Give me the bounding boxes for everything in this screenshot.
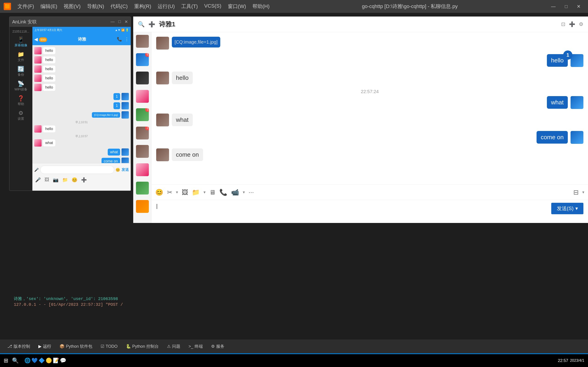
nav-settings[interactable]: ⚙ 设置 — [10, 108, 31, 122]
chat-search-icon[interactable]: 🔍 — [138, 21, 145, 27]
chat-add-icon[interactable]: ➕ — [148, 21, 155, 27]
scissors-dropdown[interactable]: ▾ — [176, 190, 178, 195]
phone-icon-mic[interactable]: 🎤 — [35, 177, 41, 183]
contact-5[interactable]: 3 — [133, 106, 152, 124]
maximize-button[interactable]: □ — [561, 3, 571, 10]
todo-label: TODO — [106, 344, 118, 349]
contact-1[interactable] — [133, 32, 152, 50]
menu-view[interactable]: 视图(V) — [61, 2, 83, 11]
collapse-dropdown[interactable]: ▾ — [582, 190, 584, 195]
contact-2[interactable]: 6 — [133, 50, 152, 69]
tool-python-console[interactable]: 🐍 Python 控制台 — [122, 343, 162, 350]
collapse-button[interactable]: ⊟ — [573, 189, 579, 196]
code-text-2: 127.0.0.1 - - [01/Apr/2023 22:57:32] "PO… — [14, 302, 123, 307]
menu-tools[interactable]: 工具(T) — [179, 2, 200, 11]
phone-bubble-image: [CQ:image,file=1.jpg] — [92, 112, 120, 118]
add-chat-icon[interactable]: ➕ — [569, 21, 575, 27]
nav-backup[interactable]: 🔄 备份 — [10, 65, 31, 78]
taskbar-app-chrome[interactable]: 🟡 — [46, 358, 52, 364]
phone-icon-file[interactable]: 📁 — [62, 177, 68, 183]
nav-screen-mirror[interactable]: 📱 屏幕镜像 — [10, 35, 31, 49]
contact-avatar-9 — [136, 182, 149, 194]
phone-more-icon[interactable]: ⋮ — [125, 37, 129, 42]
menu-file[interactable]: 文件(F) — [15, 2, 37, 11]
nav-files[interactable]: 📁 文件 — [10, 50, 31, 64]
minimize-button[interactable]: — — [547, 3, 559, 10]
search-button[interactable]: 🔍 — [12, 357, 19, 364]
contact-8[interactable] — [133, 161, 152, 179]
tool-problems[interactable]: ⚠ 问题 — [163, 343, 184, 350]
contact-6[interactable]: 2 — [133, 124, 152, 142]
send-button[interactable]: 发送(S) ▾ — [551, 203, 583, 214]
video-dropdown[interactable]: ▾ — [243, 190, 245, 195]
folder-button[interactable]: 📁 — [192, 189, 200, 196]
nav-wifi[interactable]: 📡 WiFi设备 — [10, 79, 31, 93]
taskbar-app-edge[interactable]: 🌐 — [24, 358, 31, 364]
menu-vcs[interactable]: VCS(S) — [201, 2, 224, 11]
phone-icon-camera[interactable]: 📷 — [53, 177, 59, 183]
start-button[interactable]: ⊞ — [4, 357, 8, 364]
console-label: Python 控制台 — [132, 344, 159, 349]
more-button[interactable]: ··· — [249, 189, 254, 196]
tool-run[interactable]: ▶ 运行 — [35, 343, 55, 350]
menu-window[interactable]: 窗口(W) — [225, 2, 249, 11]
contact-9[interactable] — [133, 179, 152, 197]
back-button[interactable]: ◀ 999 — [34, 36, 47, 42]
phone-icon-img[interactable]: 🖼 — [44, 177, 49, 183]
tool-python-packages[interactable]: 📦 Python 软件包 — [56, 343, 96, 350]
phone-icon-emoji2[interactable]: 😊 — [72, 177, 78, 183]
tool-terminal[interactable]: >_ 终端 — [185, 343, 207, 350]
menu-edit[interactable]: 编辑(E) — [38, 2, 60, 11]
image-button[interactable]: 🖼 — [182, 189, 188, 196]
taskbar-app-notepad[interactable]: 📝 — [53, 358, 59, 364]
nav-help[interactable]: ❓ 帮助 — [10, 94, 31, 108]
contact-avatar-4 — [136, 90, 149, 103]
tool-version-control[interactable]: ⎇ 版本控制 — [4, 343, 34, 350]
windows-taskbar: ⊞ 🔍 🌐 💙 🔷 🟡 📝 💬 22:57 2023/4/1 — [0, 354, 588, 367]
title-bar: 🟧 文件(F) 编辑(E) 视图(V) 导航(N) 代码(C) 重构(R) 运行… — [0, 0, 588, 13]
taskbar-app-wechat[interactable]: 💬 — [60, 358, 66, 364]
phone-input-field[interactable] — [40, 166, 114, 174]
screen-share-icon[interactable]: ⊡ — [561, 21, 565, 27]
phone-send-button[interactable]: 发送 — [121, 167, 129, 172]
phone-avatar-right4 — [121, 148, 129, 156]
phone-call-button[interactable]: 📞 — [219, 189, 227, 196]
contact-3[interactable] — [133, 69, 152, 87]
emoji-button[interactable]: 😊 — [155, 189, 163, 196]
video-call-button[interactable]: 📹 — [231, 189, 239, 196]
phone-icon-plus[interactable]: ➕ — [81, 177, 87, 183]
close-button[interactable]: ✕ — [573, 3, 584, 10]
anlink-close[interactable]: ✕ — [124, 19, 128, 24]
menu-code[interactable]: 代码(C) — [108, 2, 130, 11]
contact-7[interactable] — [133, 142, 152, 161]
anlink-minimize[interactable]: — — [111, 19, 115, 24]
anlink-maximize[interactable]: □ — [118, 19, 121, 24]
phone-mic-icon[interactable]: 🎤 — [34, 168, 39, 172]
menu-help[interactable]: 帮助(H) — [250, 2, 272, 11]
scissors-button[interactable]: ✂ — [167, 189, 172, 196]
phone-msg-what: what — [34, 139, 129, 147]
tool-services[interactable]: ⚙ 服务 — [208, 343, 228, 350]
phone-avatar-right2 — [121, 102, 129, 109]
contact-10[interactable] — [133, 197, 152, 216]
tool-todo[interactable]: ☑ TODO — [97, 343, 121, 350]
phone-emoji-icon[interactable]: 😊 — [115, 168, 120, 172]
chat-messages: 1 [CQ:image,file=1.jpg] hello hello 22:5… — [152, 32, 588, 177]
folder-dropdown[interactable]: ▾ — [204, 190, 206, 195]
taskbar-clock: 22:57 2023/4/1 — [554, 358, 588, 363]
phone-avatar-left6 — [34, 125, 42, 133]
contact-avatar-3 — [136, 72, 149, 84]
phone-call-icon[interactable]: 📞 — [117, 37, 122, 42]
menu-navigate[interactable]: 导航(N) — [84, 2, 107, 11]
taskbar-app-pycharm[interactable]: 🔷 — [39, 358, 45, 364]
menu-run[interactable]: 运行(U) — [155, 2, 178, 11]
send-dropdown-icon[interactable]: ▾ — [575, 206, 578, 211]
taskbar-app-vs[interactable]: 💙 — [32, 358, 38, 364]
chat-settings-icon[interactable]: ⚙ — [579, 21, 583, 27]
screen-capture-button[interactable]: 🖥 — [209, 189, 216, 196]
terminal-icon: >_ — [189, 344, 193, 349]
chat-cursor[interactable]: | — [156, 203, 551, 209]
contact-4[interactable] — [133, 87, 152, 106]
menu-refactor[interactable]: 重构(R) — [131, 2, 154, 11]
msg-bubble-what-right: what — [547, 96, 568, 109]
